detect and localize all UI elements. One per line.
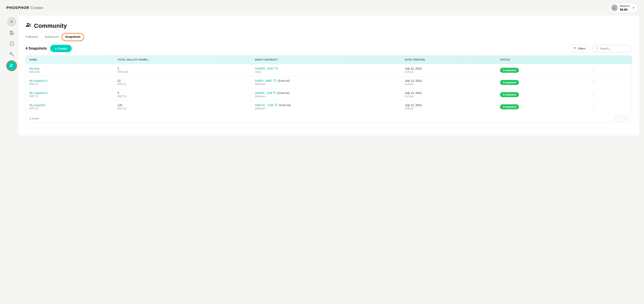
cell-status-2: Completed [496,89,588,101]
col-date: DATE CREATED [401,56,496,64]
table-row: My drop ERC1155 2 ERC1155 0xA0EE...AFA7 … [26,64,632,76]
toolbar-right: Filters [569,45,632,52]
row-actions-button-1[interactable]: ⋮ [591,79,597,85]
snapshot-link-1[interactable]: My snapshot 3 [29,79,48,82]
copy-icon-2[interactable] [273,91,276,95]
home-icon: 🏠 [9,30,14,35]
svg-rect-12 [274,92,276,94]
add-button[interactable]: + [7,17,16,26]
svg-rect-13 [276,105,277,106]
cell-date-1: July 12, 2024 4:18 pm [401,76,496,89]
status-badge-0: Completed [500,68,519,73]
tab-snapshots-wrapper: Snapshots [65,35,80,39]
cell-name-2: My snapshot 2 ERC721 [26,89,114,101]
status-badge-2: Completed [500,92,519,97]
table-row: My snapshot 3 ERC721 22 ERC721 0x5f04...… [26,76,632,89]
logo-brand: PHOSPHOR [6,6,29,10]
next-page-button[interactable]: › [622,116,628,122]
status-badge-1: Completed [500,80,519,85]
tab-snapshots[interactable]: Snapshots [65,35,80,39]
cell-wallets-2: 5 ERC721 [114,89,252,101]
cell-name-1: My snapshot 3 ERC721 [26,76,114,89]
svg-point-0 [614,7,615,8]
col-actions [588,56,632,64]
main-layout: + 🏠 📋 🔧 Community Followers Audiences [0,16,644,140]
cell-name-sub-1: ERC721 [29,83,110,86]
cell-name-0: My drop ERC1155 [26,64,114,76]
contract-link-3[interactable]: 0xBC4C...f13D [255,104,277,107]
snapshot-count: 4 Snapshots [26,46,47,51]
col-contract: DROP CONTRACT [252,56,401,64]
row-actions-button-3[interactable]: ⋮ [591,104,597,110]
cell-wallets-0: 2 ERC1155 [114,64,252,76]
table-row: My snapshot 2 ERC721 5 ERC721 0xBd35...2… [26,89,632,101]
create-button[interactable]: + Create [50,45,72,52]
cell-status-1: Completed [496,76,588,89]
cell-status-0: Completed [496,64,588,76]
top-header: PHOSPHOR Creator Balance: $9.88 ▾ [0,0,644,16]
snapshot-link-3[interactable]: My snapshot [29,104,45,107]
svg-rect-11 [274,80,276,82]
contract-link-0[interactable]: 0xA0EE...AFA7 [255,67,278,70]
svg-point-8 [596,47,598,49]
cell-actions-1: ⋮ [588,76,632,89]
cell-status-3: Completed [496,101,588,113]
cell-name-sub-3: ERC721 [29,107,110,110]
cell-date-2: July 12, 2024 4:11 pm [401,89,496,101]
sidebar-item-community[interactable] [6,60,17,71]
toolbar-left: 4 Snapshots + Create [26,45,72,52]
row-actions-button-2[interactable]: ⋮ [591,92,597,98]
tab-audiences[interactable]: Audiences [45,35,59,39]
table-row: My snapshot ERC721 126 ERC721 0xBC4C...f… [26,101,632,113]
search-icon [596,47,598,50]
sidebar-item-collections[interactable]: 📋 [7,39,16,48]
search-input[interactable] [600,47,628,50]
col-status: STATUS [496,56,588,64]
pagination-row: 1–4 of 4 ‹ › [26,113,632,122]
sidebar: + 🏠 📋 🔧 [5,16,18,136]
table-wrapper: NAME TOTAL WALLET ADDRE... DROP CONTRACT… [26,55,632,123]
account-pill[interactable]: Balance: $9.88 ▾ [609,3,638,13]
content-area: Community Followers Audiences Snapshots … [18,16,639,136]
svg-point-1 [10,64,12,65]
prev-page-button[interactable]: ‹ [615,116,621,122]
svg-line-9 [598,49,598,49]
cell-name-sub-0: ERC1155 [29,71,110,73]
table-header-row: NAME TOTAL WALLET ADDRE... DROP CONTRACT… [26,56,632,64]
logo: PHOSPHOR Creator [6,6,44,10]
cell-contract-3: 0xBC4C...f13D (External) Ethereum [252,101,401,113]
cell-actions-2: ⋮ [588,89,632,101]
toolbar-row: 4 Snapshots + Create Filters [26,45,632,52]
copy-icon-3[interactable] [275,104,277,107]
copy-icon-1[interactable] [274,79,276,82]
filters-button[interactable]: Filters [569,45,590,52]
snapshots-table: NAME TOTAL WALLET ADDRE... DROP CONTRACT… [26,56,632,113]
balance-info: Balance: $9.88 [620,5,630,11]
cell-name-3: My snapshot ERC721 [26,101,114,113]
status-badge-3: Completed [500,104,519,109]
tab-followers[interactable]: Followers [26,35,38,39]
wrench-icon: 🔧 [9,52,14,57]
contract-link-2[interactable]: 0xBd35...2cf8 [255,91,276,95]
col-name: NAME [26,56,114,64]
chevron-down-icon: ▾ [633,6,634,10]
page-title: Community [34,22,67,29]
cell-actions-0: ⋮ [588,64,632,76]
snapshot-link-2[interactable]: My snapshot 2 [29,91,48,95]
cell-date-3: July 12, 2024 4:08 pm [401,101,496,113]
cell-wallets-1: 22 ERC721 [114,76,252,89]
cell-contract-1: 0x5f04...BdB7 (External) Ethereum [252,76,401,89]
sidebar-item-home[interactable]: 🏠 [7,28,16,37]
filters-label: Filters [578,47,586,50]
col-wallets: TOTAL WALLET ADDRE... [114,56,252,64]
svg-point-4 [29,24,30,25]
pagination-info: 1–4 of 4 [29,117,39,120]
cell-actions-3: ⋮ [588,101,632,113]
sidebar-item-tools[interactable]: 🔧 [7,50,16,59]
snapshot-link-0[interactable]: My drop [29,67,40,70]
pagination-controls: ‹ › [615,116,628,122]
row-actions-button-0[interactable]: ⋮ [591,67,597,73]
contract-link-1[interactable]: 0x5f04...BdB7 [255,79,276,82]
copy-icon-0[interactable] [275,67,278,70]
cell-wallets-3: 126 ERC721 [114,101,252,113]
